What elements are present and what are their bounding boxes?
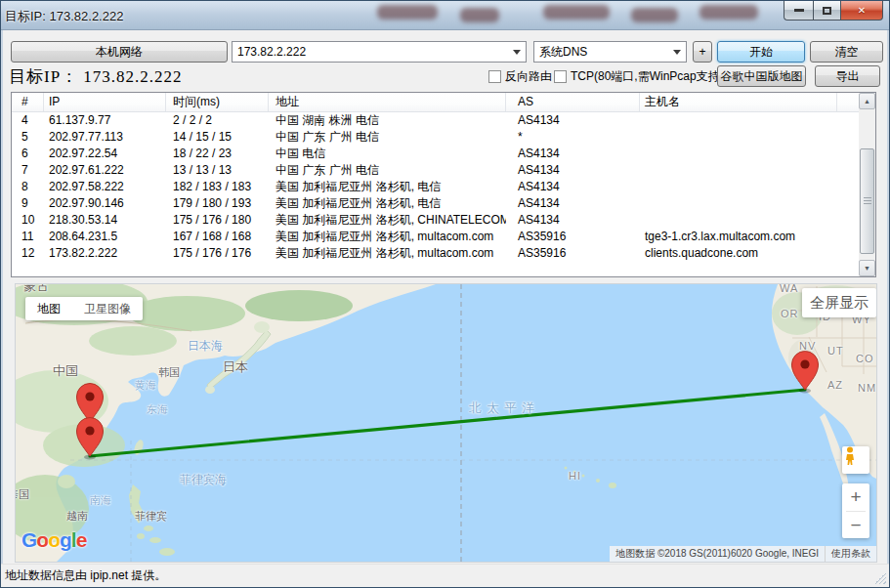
map-label: OR: [781, 308, 799, 319]
col-ip: 202.97.90.146: [44, 195, 166, 212]
header-addr[interactable]: 地址: [269, 93, 506, 111]
header-time[interactable]: 时间(ms): [166, 93, 269, 111]
map-attribution: 地图数据 ©2018 GS(2011)6020 Google, INEGI 使用…: [610, 546, 876, 562]
table-header[interactable]: # IP 时间(ms) 地址 AS 主机名: [12, 93, 875, 112]
col-as: AS35916: [506, 229, 640, 245]
col-addr: 中国 电信: [269, 146, 506, 162]
local-network-button[interactable]: 本机网络: [11, 41, 228, 63]
close-icon: ✕: [858, 5, 866, 16]
map-type-satellite[interactable]: 卫星图像: [72, 301, 143, 317]
export-button[interactable]: 导出: [815, 65, 880, 87]
minimize-button[interactable]: [784, 1, 813, 21]
col-time: 2 / 2 / 2: [166, 112, 269, 129]
clear-button[interactable]: 清空: [810, 41, 883, 63]
col-host: [640, 146, 837, 162]
map-label: 蒙古: [23, 283, 49, 295]
add-button[interactable]: +: [693, 41, 712, 63]
table-row[interactable]: 12173.82.2.222175 / 176 / 176美国 加利福尼亚州 洛…: [12, 245, 875, 262]
col-as: AS35916: [506, 245, 640, 262]
map-type-control[interactable]: 地图 卫星图像: [25, 297, 143, 320]
col-ip: 202.97.61.222: [44, 162, 166, 179]
col-host: [640, 212, 837, 229]
col-time: 18 / 22 / 23: [166, 146, 269, 162]
dropdown-arrow-icon[interactable]: [508, 42, 526, 62]
target-ip-value: 173.82.2.222: [233, 45, 508, 59]
col-num: 6: [12, 146, 44, 162]
google-china-map-button[interactable]: 谷歌中国版地图: [717, 65, 806, 87]
col-addr: 美国 加利福尼亚州 洛杉矶, 电信: [269, 195, 506, 212]
map-label: UT: [827, 345, 844, 357]
col-as: AS4134: [506, 112, 640, 129]
col-num: 5: [12, 129, 44, 146]
target-ip-combobox[interactable]: 173.82.2.222: [232, 41, 527, 63]
table-row[interactable]: 7202.97.61.22213 / 13 / 13中国 广东 广州 电信AS4…: [12, 162, 875, 179]
map-type-map[interactable]: 地图: [25, 301, 72, 317]
route-map[interactable]: 蒙古中国韩国日本日本海黄海东海菲律宾海南海越南菲律宾泰国北太平洋HIWAORID…: [15, 283, 877, 563]
col-num: 4: [12, 112, 44, 129]
close-button[interactable]: ✕: [840, 1, 883, 21]
trace-table-body: 461.137.9.772 / 2 / 2中国 湖南 株洲 电信AS413452…: [12, 112, 875, 262]
map-label: 日本: [223, 358, 248, 376]
header-num[interactable]: #: [12, 93, 44, 111]
table-row[interactable]: 10218.30.53.14175 / 176 / 180美国 加利福尼亚州 洛…: [12, 212, 875, 229]
col-ip: 61.137.9.77: [44, 112, 166, 129]
status-text: 地址数据信息由 ipip.net 提供。: [5, 567, 166, 584]
header-ip[interactable]: IP: [44, 93, 166, 111]
google-logo[interactable]: Google: [21, 528, 86, 552]
col-ip: 208.64.231.5: [44, 229, 166, 245]
header-host[interactable]: 主机名: [640, 93, 837, 111]
col-ip: 202.97.22.54: [44, 146, 166, 162]
col-ip: 202.97.77.113: [44, 129, 166, 146]
header-as[interactable]: AS: [506, 93, 640, 111]
scrollbar-thumb[interactable]: [860, 148, 874, 254]
col-time: 14 / 15 / 15: [166, 129, 269, 146]
col-time: 179 / 180 / 193: [166, 195, 269, 212]
table-row[interactable]: 5202.97.77.11314 / 15 / 15中国 广东 广州 电信*: [12, 129, 875, 146]
map-label: 菲律宾: [135, 509, 167, 524]
col-time: 175 / 176 / 180: [166, 212, 269, 229]
dropdown-arrow-icon[interactable]: [668, 42, 686, 62]
dns-combobox[interactable]: 系统DNS: [533, 41, 687, 63]
col-ip: 173.82.2.222: [44, 245, 166, 262]
zoom-out-button[interactable]: −: [842, 512, 869, 539]
maximize-button[interactable]: [813, 1, 840, 21]
tcp-checkbox[interactable]: TCP(80端口,需WinPcap支持): [554, 68, 724, 84]
table-row[interactable]: 11208.64.231.5167 / 168 / 168美国 加利福尼亚州 洛…: [12, 229, 875, 245]
col-ip: 202.97.58.222: [44, 179, 166, 195]
col-as: AS4134: [506, 179, 640, 195]
col-host: tge3-1.cr3.lax.multacom.com: [640, 229, 837, 245]
glass-reflection: [543, 5, 610, 20]
table-row[interactable]: 8202.97.58.222182 / 183 / 183美国 加利福尼亚州 洛…: [12, 179, 875, 195]
map-label: 韩国: [158, 365, 180, 380]
zoom-in-button[interactable]: +: [842, 483, 869, 511]
resize-grip[interactable]: [874, 572, 886, 584]
col-num: 9: [12, 195, 44, 212]
map-label: 中国: [53, 362, 78, 380]
glass-reflection: [631, 8, 678, 22]
vertical-scrollbar[interactable]: ▲ ▼: [859, 93, 875, 276]
scroll-down-icon[interactable]: ▼: [859, 260, 875, 276]
checkbox-icon[interactable]: [554, 70, 567, 83]
table-row[interactable]: 9202.97.90.146179 / 180 / 193美国 加利福尼亚州 洛…: [12, 195, 875, 212]
col-addr: 美国 加利福尼亚州 洛杉矶, 电信: [269, 179, 506, 195]
glass-reflection: [377, 5, 438, 20]
col-num: 10: [12, 212, 44, 229]
map-label: NV: [799, 340, 816, 352]
table-row[interactable]: 6202.97.22.5418 / 22 / 23中国 电信AS4134: [12, 146, 875, 162]
map-label: HI: [569, 470, 581, 482]
col-num: 11: [12, 229, 44, 245]
dns-value: 系统DNS: [534, 44, 668, 61]
pegman-button[interactable]: [842, 446, 869, 474]
checkbox-icon[interactable]: [488, 70, 501, 83]
reverse-route-checkbox[interactable]: 反向路由: [488, 68, 552, 84]
table-row[interactable]: 461.137.9.772 / 2 / 2中国 湖南 株洲 电信AS4134: [12, 112, 875, 129]
terms-link[interactable]: 使用条款: [825, 546, 876, 562]
title-bar[interactable]: 目标IP: 173.82.2.222 ✕: [1, 1, 889, 30]
target-ip-label: 目标IP： 173.82.2.222: [9, 65, 183, 88]
start-button[interactable]: 开始: [717, 41, 805, 63]
window-title: 目标IP: 173.82.2.222: [5, 8, 123, 25]
scroll-up-icon[interactable]: ▲: [859, 93, 875, 109]
map-label: AZ: [827, 379, 843, 391]
fullscreen-button[interactable]: 全屏显示: [802, 288, 876, 317]
col-ip: 218.30.53.14: [44, 212, 166, 229]
